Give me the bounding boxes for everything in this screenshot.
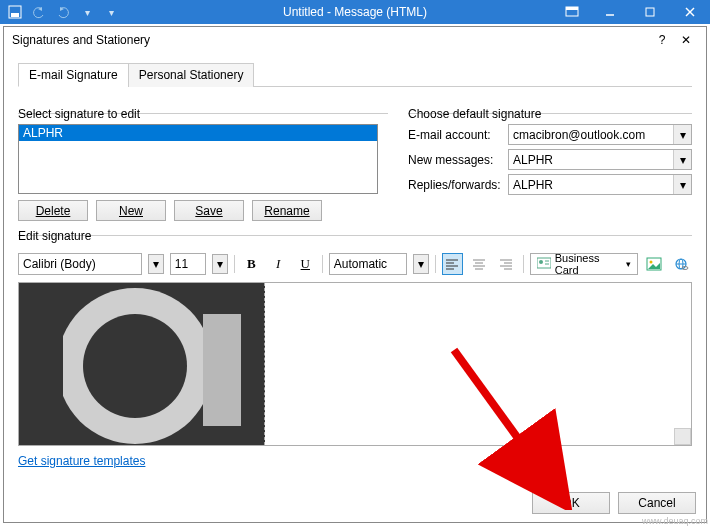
select-value: Calibri (Body)	[23, 257, 96, 271]
svg-point-25	[650, 261, 653, 264]
italic-button[interactable]: I	[268, 253, 289, 275]
select-value: cmacibron@outlook.com	[513, 128, 645, 142]
scroll-corner[interactable]	[674, 428, 691, 445]
separator	[435, 255, 436, 273]
bold-button[interactable]: B	[241, 253, 262, 275]
select-value: ALPHR	[513, 178, 553, 192]
svg-rect-1	[11, 13, 19, 17]
select-value: Automatic	[334, 257, 387, 271]
align-left-button[interactable]	[442, 253, 463, 275]
font-family-select[interactable]: Calibri (Body)	[18, 253, 142, 275]
app-title-bar: ▾ ▾ Untitled - Message (HTML)	[0, 0, 710, 24]
rename-button[interactable]: Rename	[252, 200, 322, 221]
undo-icon[interactable]	[30, 3, 48, 21]
watermark: www.deuaq.com	[642, 516, 708, 526]
chevron-down-icon[interactable]: ▾	[673, 175, 691, 194]
insert-picture-button[interactable]	[644, 253, 665, 275]
btn-label: New	[119, 204, 143, 218]
separator	[523, 255, 524, 273]
font-size-select[interactable]: 11	[170, 253, 207, 275]
tab-label: E-mail Signature	[29, 68, 118, 82]
btn-label: Save	[195, 204, 222, 218]
svg-rect-34	[27, 284, 63, 444]
signature-image-preview	[19, 283, 265, 445]
qat-chevron-icon[interactable]: ▾	[78, 3, 96, 21]
signature-text-area[interactable]	[265, 283, 691, 445]
signature-editor[interactable]	[18, 282, 692, 446]
btn-label: Delete	[36, 204, 71, 218]
maximize-icon[interactable]	[630, 0, 670, 24]
separator	[322, 255, 323, 273]
delete-button[interactable]: Delete	[18, 200, 88, 221]
minimize-icon[interactable]	[590, 0, 630, 24]
choose-default-group: Choose default signature E-mail account:…	[408, 107, 692, 199]
font-color-select[interactable]: Automatic	[329, 253, 408, 275]
svg-rect-3	[566, 7, 578, 10]
separator	[234, 255, 235, 273]
chevron-down-icon[interactable]: ▾	[673, 150, 691, 169]
replies-forwards-select[interactable]: ALPHR ▾	[508, 174, 692, 195]
tab-label: Personal Stationery	[139, 68, 244, 82]
email-account-select[interactable]: cmacibron@outlook.com ▾	[508, 124, 692, 145]
ribbon-chevron-icon[interactable]: ▾	[102, 3, 120, 21]
chevron-down-icon[interactable]: ▾	[673, 125, 691, 144]
tab-strip: E-mail Signature Personal Stationery	[18, 63, 692, 87]
select-value: ALPHR	[513, 153, 553, 167]
new-messages-label: New messages:	[408, 153, 508, 167]
svg-point-21	[539, 260, 543, 264]
svg-point-32	[83, 314, 187, 418]
svg-rect-33	[203, 314, 241, 426]
card-icon	[537, 257, 551, 271]
dialog-title-bar: Signatures and Stationery ? ✕	[4, 27, 706, 53]
group-legend: Edit signature	[18, 229, 97, 243]
cancel-button[interactable]: Cancel	[618, 492, 696, 514]
ok-button[interactable]: OK	[532, 492, 610, 514]
save-icon[interactable]	[6, 3, 24, 21]
signature-list-item[interactable]: ALPHR	[19, 125, 377, 141]
close-window-icon[interactable]	[670, 0, 710, 24]
chevron-down-icon[interactable]: ▾	[148, 254, 163, 274]
edit-signature-group: Edit signature Calibri (Body) ▾ 11 ▾ B I…	[18, 229, 692, 446]
signature-listbox[interactable]: ALPHR	[18, 124, 378, 194]
svg-rect-5	[646, 8, 654, 16]
chevron-down-icon[interactable]: ▾	[413, 254, 428, 274]
redo-icon[interactable]	[54, 3, 72, 21]
ribbon-display-icon[interactable]	[554, 0, 590, 24]
replies-forwards-label: Replies/forwards:	[408, 178, 508, 192]
underline-button[interactable]: U	[295, 253, 316, 275]
align-center-button[interactable]	[469, 253, 490, 275]
btn-label: Rename	[264, 204, 309, 218]
tab-personal-stationery[interactable]: Personal Stationery	[128, 63, 255, 87]
group-legend: Choose default signature	[408, 107, 547, 121]
insert-hyperlink-button[interactable]	[671, 253, 692, 275]
new-messages-select[interactable]: ALPHR ▾	[508, 149, 692, 170]
signatures-dialog: Signatures and Stationery ? ✕ E-mail Sig…	[3, 26, 707, 523]
group-legend: Select signature to edit	[18, 107, 146, 121]
select-value: 11	[175, 257, 188, 271]
email-account-label: E-mail account:	[408, 128, 508, 142]
help-icon[interactable]: ?	[650, 29, 674, 51]
btn-label: Business Card	[555, 252, 622, 276]
edit-toolbar: Calibri (Body) ▾ 11 ▾ B I U Automatic ▾	[18, 252, 692, 276]
close-icon[interactable]: ✕	[674, 29, 698, 51]
dialog-title: Signatures and Stationery	[12, 33, 650, 47]
select-signature-group: Select signature to edit ALPHR Delete Ne…	[18, 107, 388, 221]
align-right-button[interactable]	[496, 253, 517, 275]
get-templates-link[interactable]: Get signature templates	[18, 454, 145, 468]
svg-rect-20	[537, 258, 551, 268]
chevron-down-icon[interactable]: ▾	[626, 259, 631, 269]
chevron-down-icon[interactable]: ▾	[212, 254, 227, 274]
tab-email-signature[interactable]: E-mail Signature	[18, 63, 129, 87]
new-button[interactable]: New	[96, 200, 166, 221]
save-button[interactable]: Save	[174, 200, 244, 221]
business-card-button[interactable]: Business Card ▾	[530, 253, 638, 275]
